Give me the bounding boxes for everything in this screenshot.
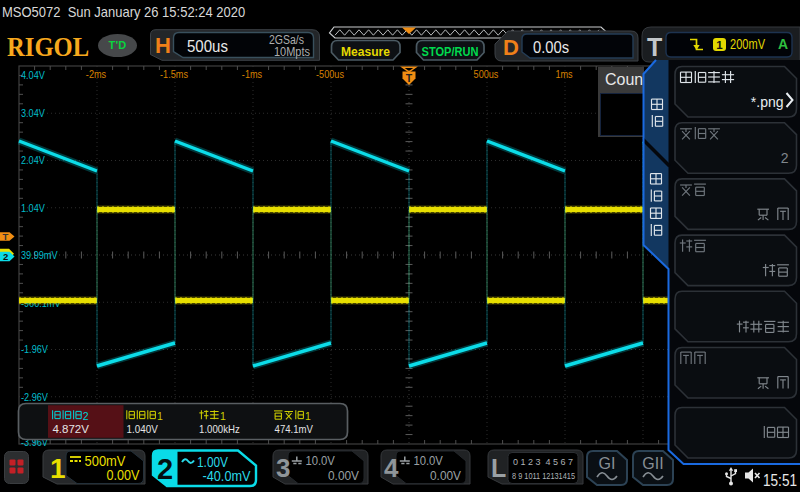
svg-text:2: 2: [157, 453, 173, 485]
svg-text:10.0V: 10.0V: [305, 454, 335, 468]
svg-text:GII: GII: [642, 455, 663, 472]
svg-text:0.00V: 0.00V: [328, 469, 359, 483]
svg-text:8 9 1011 12131415: 8 9 1011 12131415: [512, 471, 575, 481]
svg-text:GI: GI: [599, 455, 616, 472]
svg-text:0.00V: 0.00V: [430, 469, 461, 483]
svg-text:0 1 2 3 4 5 6 7: 0 1 2 3 4 5 6 7: [513, 457, 573, 467]
svg-text:3: 3: [276, 453, 290, 483]
svg-text:1: 1: [50, 453, 66, 484]
svg-text:15:51: 15:51: [763, 471, 797, 490]
svg-text:0.00V: 0.00V: [107, 467, 141, 483]
svg-text:L: L: [491, 454, 506, 482]
svg-text:10.0V: 10.0V: [413, 454, 443, 468]
svg-text:4: 4: [384, 453, 399, 483]
svg-text:-40.0mV: -40.0mV: [203, 467, 251, 484]
